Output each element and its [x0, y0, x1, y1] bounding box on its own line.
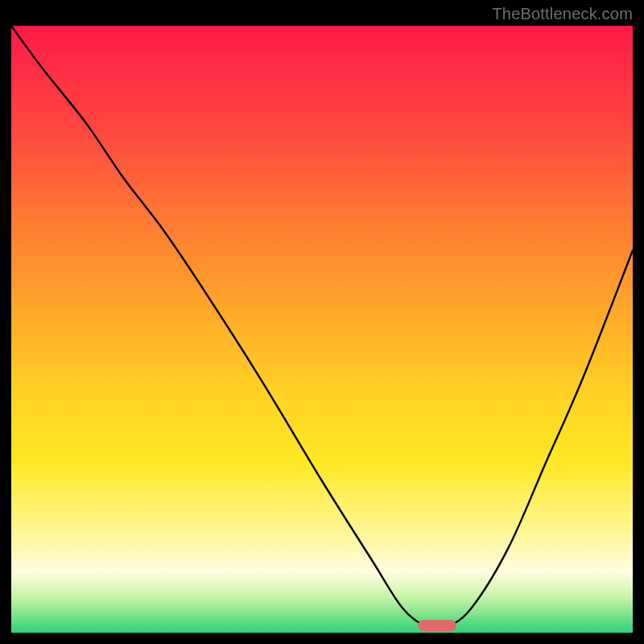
plot-area — [11, 26, 633, 633]
optimal-marker — [418, 620, 456, 631]
watermark-text: TheBottleneck.com — [492, 5, 633, 23]
bottleneck-curve — [11, 26, 633, 633]
chart-frame: TheBottleneck.com — [0, 0, 644, 644]
